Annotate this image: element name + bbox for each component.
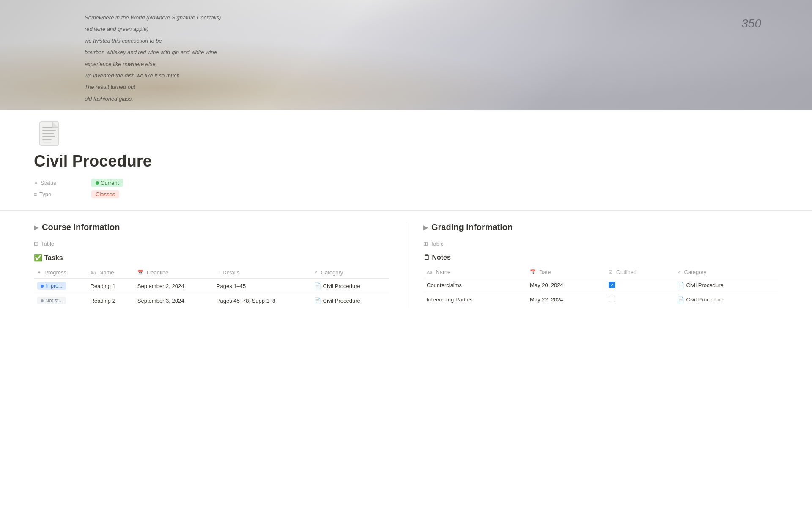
notes-date-column-header: 📅 Date [527,266,605,278]
hero-text-decoration: Somewhere in the World (Nowhere Signatur… [85,13,770,105]
page-icon [34,118,64,149]
deadline-column-header: 📅 Deadline [134,267,213,279]
note-outlined-cell: ✓ [605,278,674,292]
main-content: ▶ Course Information ⊞ Table ✅ Tasks ✦ P… [0,222,812,308]
svg-rect-5 [42,139,52,140]
hero-banner: Somewhere in the World (Nowhere Signatur… [0,0,812,110]
svg-rect-3 [42,133,54,134]
svg-rect-2 [42,130,56,131]
progress-col-icon: ✦ [37,270,41,275]
category-col-icon: ↗ [314,270,318,275]
notes-category-column-header: ↗ Category [674,266,778,278]
note-date-cell: May 20, 2024 [527,278,605,292]
page-title: Civil Procedure [34,152,812,170]
status-property: ✦ Status Current [34,179,812,187]
tasks-table: ✦ Progress Aa Name 📅 Deadline [34,267,389,308]
progress-badge[interactable]: In pro... [37,282,66,290]
note-name-cell: Intervening Parties [423,292,527,307]
svg-rect-4 [42,136,55,137]
outlined-checkbox-checked[interactable]: ✓ [609,282,615,288]
notes-table-grid-icon: ⊞ [423,241,428,247]
notes-outlined-col-icon: ☑ [609,269,613,275]
note-category-text: Civil Procedure [686,282,724,288]
status-icon: ✦ [34,180,38,186]
task-category-cell: 📄 Civil Procedure [310,279,389,293]
tasks-header: ✅ Tasks [34,254,389,262]
type-label: ≡ Type [34,191,85,197]
notes-table-label: ⊞ Table [423,241,778,247]
course-info-chevron-icon: ▶ [34,224,38,231]
note-date-cell: May 22, 2024 [527,292,605,307]
section-divider [0,210,812,211]
notes-table-header-row: Aa Name 📅 Date ☑ Outlined [423,266,778,278]
type-badge[interactable]: Classes [91,190,119,198]
task-row[interactable]: Not st... Reading 2 September 3, 2024 Pa… [34,293,389,308]
category-text: Civil Procedure [323,283,360,289]
status-label: ✦ Status [34,180,85,186]
status-badge[interactable]: Current [91,179,123,187]
category-column-header: ↗ Category [310,267,389,279]
task-category-cell: 📄 Civil Procedure [310,293,389,308]
notes-table: Aa Name 📅 Date ☑ Outlined [423,266,778,307]
note-row[interactable]: Counterclaims May 20, 2024 ✓ 📄 Civil Pro… [423,278,778,292]
progress-badge[interactable]: Not st... [37,297,66,304]
grading-info-chevron-icon: ▶ [423,224,428,231]
note-outlined-cell [605,292,674,307]
notes-name-column-header: Aa Name [423,266,527,278]
category-doc-icon: 📄 [314,297,321,304]
task-progress-cell: Not st... [34,293,87,308]
tasks-table-header-row: ✦ Progress Aa Name 📅 Deadline [34,267,389,279]
notes-outlined-column-header: ☑ Outlined [605,266,674,278]
notes-header: 🗒 Notes [423,254,778,261]
notes-category-col-icon: ↗ [677,269,681,275]
tasks-table-label: ⊞ Table [34,241,389,247]
note-name-cell: Counterclaims [423,278,527,292]
course-info-header[interactable]: ▶ Course Information [34,222,389,232]
note-category-cell: 📄 Civil Procedure [674,292,778,307]
task-name-cell: Reading 2 [87,293,134,308]
note-category-doc-icon: 📄 [677,296,684,303]
outlined-checkbox-unchecked[interactable] [609,296,615,302]
note-category-text: Civil Procedure [686,296,724,303]
progress-column-header: ✦ Progress [34,267,87,279]
table-grid-icon: ⊞ [34,241,38,247]
task-row[interactable]: In pro... Reading 1 September 2, 2024 Pa… [34,279,389,293]
task-deadline-cell: September 3, 2024 [134,293,213,308]
hero-number-decoration: 350 [741,17,761,30]
properties-section: ✦ Status Current ≡ Type Classes [34,179,812,198]
note-category-cell: 📄 Civil Procedure [674,278,778,292]
task-progress-cell: In pro... [34,279,87,293]
name-col-icon: Aa [91,270,96,275]
category-doc-icon: 📄 [314,282,321,289]
note-category-doc-icon: 📄 [677,282,684,288]
category-text: Civil Procedure [323,298,360,304]
task-details-cell: Pages 45–78; Supp 1–8 [213,293,310,308]
notes-date-col-icon: 📅 [530,269,536,275]
type-icon: ≡ [34,192,37,197]
deadline-col-icon: 📅 [137,270,143,275]
course-information-section: ▶ Course Information ⊞ Table ✅ Tasks ✦ P… [34,222,406,308]
note-row[interactable]: Intervening Parties May 22, 2024 📄 Civil… [423,292,778,307]
task-deadline-cell: September 2, 2024 [134,279,213,293]
name-column-header: Aa Name [87,267,134,279]
grading-information-section: ▶ Grading Information ⊞ Table 🗒 Notes Aa… [406,222,778,308]
svg-rect-6 [43,142,51,143]
type-property: ≡ Type Classes [34,190,812,198]
task-name-cell: Reading 1 [87,279,134,293]
details-col-icon: ≡ [217,270,219,275]
notes-name-col-icon: Aa [427,270,432,275]
details-column-header: ≡ Details [213,267,310,279]
task-details-cell: Pages 1–45 [213,279,310,293]
grading-info-header[interactable]: ▶ Grading Information [423,222,778,232]
